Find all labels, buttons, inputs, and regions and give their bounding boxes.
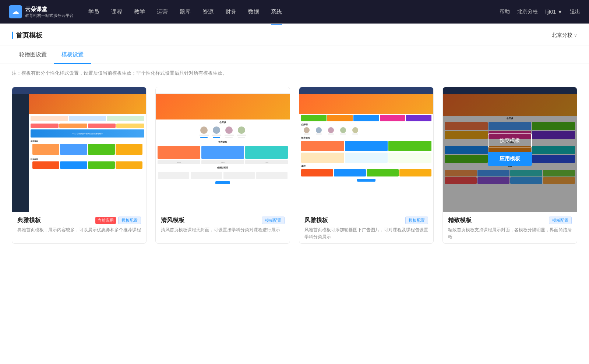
nav-item-resources[interactable]: 资源	[202, 7, 214, 17]
template-desc-refined: 精致首页模板支持课程展示封面，各模板分隔明显，界面简洁清晰	[448, 226, 572, 240]
page-title: 首页模板	[16, 31, 42, 40]
nav-item-teaching[interactable]: 教学	[134, 7, 145, 17]
badge-config-refined[interactable]: 模板配置	[549, 217, 572, 224]
logo-sub: 教育机构一站式服务云平台	[25, 13, 74, 18]
template-footer-refined: 精致模板 模板配置 精致首页模板支持课程展示封面，各模板分隔明显，界面简洁清晰	[443, 212, 577, 243]
template-preview-elegant2: 公开课 推荐课程	[299, 87, 433, 212]
nav-items: 学员 课程 教学 运营 题库 资源 财务 数据 系统	[88, 7, 500, 17]
template-card-elegant2[interactable]: 公开课 推荐课程	[299, 87, 434, 244]
template-footer-elegant: 典雅模板 当前应用 模板配置 典雅首页模板，展示内容较多，可以展示优惠券和多个推…	[12, 212, 146, 236]
template-card-elegant[interactable]: 30天 让你摆脱平躺 知识使你更有魅力 推荐课程	[12, 87, 147, 244]
nav-branch[interactable]: 北京分校	[517, 8, 538, 15]
template-desc-elegant: 典雅首页模板，展示内容较多，可以展示优惠券和多个推荐课程	[17, 226, 141, 233]
nav-item-finance[interactable]: 财务	[225, 7, 236, 17]
template-badges-refined: 模板配置	[549, 217, 572, 224]
logo-area[interactable]: ☁ 云朵课堂 教育机构一站式服务云平台	[9, 5, 74, 18]
tab-carousel[interactable]: 轮播图设置	[12, 46, 54, 64]
template-preview-refined: 公开课 推荐课程	[443, 87, 577, 212]
nav-item-students[interactable]: 学员	[88, 7, 99, 17]
page-title-area: 首页模板	[12, 31, 42, 40]
top-navigation: ☁ 云朵课堂 教育机构一站式服务云平台 学员 课程 教学 运营 题库 资源 财务…	[0, 0, 589, 24]
nav-logout[interactable]: 退出	[570, 8, 580, 15]
nav-item-courses[interactable]: 课程	[111, 7, 122, 17]
nav-help[interactable]: 帮助	[500, 8, 510, 15]
badge-current-elegant: 当前应用	[95, 217, 116, 224]
notice-text: 注：模板有部分个性化样式设置，设置后仅当前模板生效；非个性化样式设置后只针对所有…	[0, 64, 589, 79]
active-overlay-refined: 预览模板 应用模板	[443, 87, 577, 212]
template-preview-fresh: 公开课	[156, 87, 290, 212]
badge-config-fresh[interactable]: 模板配置	[262, 217, 285, 224]
logo-icon: ☁	[9, 5, 22, 18]
nav-right: 帮助 北京分校 lijt01 ▼ 退出	[500, 8, 580, 15]
badge-config-elegant[interactable]: 模板配置	[118, 217, 141, 224]
template-footer-fresh: 清风模板 模板配置 清风首页模板课程无封面，可设置按学科分类对课程进行展示	[156, 212, 290, 236]
tabs-area: 轮播图设置 模板设置	[0, 46, 589, 64]
nav-item-questions[interactable]: 题库	[180, 7, 191, 17]
nav-item-system[interactable]: 系统	[271, 7, 282, 17]
template-name-row-fresh: 清风模板 模板配置	[161, 217, 285, 224]
template-badges-elegant: 当前应用 模板配置	[95, 217, 141, 224]
page-header: 首页模板 北京分校 ∨	[0, 24, 589, 46]
apply-button-refined[interactable]: 应用模板	[488, 152, 532, 166]
template-desc-fresh: 清风首页模板课程无封面，可设置按学科分类对课程进行展示	[161, 226, 285, 233]
tab-template[interactable]: 模板设置	[54, 46, 91, 64]
logo-text: 云朵课堂 教育机构一站式服务云平台	[25, 6, 74, 18]
nav-username: lijt01	[545, 9, 556, 15]
template-badges-elegant2: 模板配置	[405, 217, 428, 224]
template-name-elegant2: 风雅模板	[304, 217, 328, 224]
nav-item-data[interactable]: 数据	[248, 7, 259, 17]
template-name-elegant: 典雅模板	[17, 217, 41, 224]
template-name-row-refined: 精致模板 模板配置	[448, 217, 572, 224]
template-name-fresh: 清风模板	[161, 217, 184, 224]
template-name-refined: 精致模板	[448, 217, 472, 224]
branch-chevron: ∨	[574, 33, 577, 38]
preview-button-refined[interactable]: 预览模板	[488, 133, 532, 147]
branch-selector[interactable]: 北京分校 ∨	[552, 32, 577, 39]
badge-config-elegant2[interactable]: 模板配置	[405, 217, 428, 224]
nav-user[interactable]: lijt01 ▼	[545, 9, 562, 15]
nav-item-operations[interactable]: 运营	[157, 7, 168, 17]
template-card-fresh[interactable]: 公开课	[155, 87, 290, 244]
template-footer-elegant2: 风雅模板 模板配置 风雅首页模板可添加轮播图下广告图片，可对课程及课程包设置学科…	[299, 212, 433, 243]
page-content: 首页模板 北京分校 ∨ 轮播图设置 模板设置 注：模板有部分个性化样式设置，设置…	[0, 24, 589, 364]
template-preview-elegant: 30天 让你摆脱平躺 知识使你更有魅力 推荐课程	[12, 87, 146, 212]
template-card-refined[interactable]: 公开课 推荐课程	[442, 87, 577, 244]
template-name-row-elegant: 典雅模板 当前应用 模板配置	[17, 217, 141, 224]
page-title-bar	[12, 32, 13, 39]
template-desc-elegant2: 风雅首页模板可添加轮播图下广告图片，可对课程及课程包设置学科分类展示	[304, 226, 428, 240]
branch-name: 北京分校	[552, 32, 572, 39]
nav-user-chevron: ▼	[557, 9, 562, 15]
templates-grid: 30天 让你摆脱平躺 知识使你更有魅力 推荐课程	[0, 79, 589, 258]
logo-brand: 云朵课堂	[25, 6, 74, 13]
template-badges-fresh: 模板配置	[262, 217, 285, 224]
template-name-row-elegant2: 风雅模板 模板配置	[304, 217, 428, 224]
